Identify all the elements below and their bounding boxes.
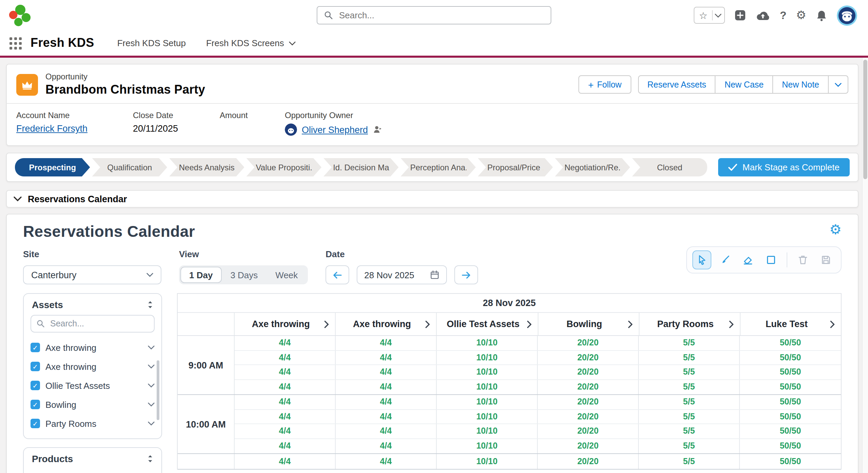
availability-cell[interactable]: 50/50 <box>740 351 841 364</box>
asset-list-item[interactable]: ✓Party Rooms <box>31 414 155 433</box>
next-day-button[interactable] <box>454 265 478 284</box>
previous-day-button[interactable] <box>326 265 349 284</box>
availability-cell[interactable]: 20/20 <box>538 365 639 379</box>
resource-column-header-3[interactable]: Bowling <box>538 313 639 335</box>
favorites-chevron-icon[interactable] <box>713 13 724 17</box>
page-scrollbar[interactable] <box>862 58 868 473</box>
change-owner-icon[interactable] <box>373 126 381 134</box>
resource-column-header-2[interactable]: Ollie Test Assets <box>437 313 538 335</box>
path-stage-6[interactable]: Proposal/Price ... <box>478 158 553 176</box>
chevron-down-icon[interactable] <box>148 421 155 425</box>
availability-cell[interactable]: 4/4 <box>336 380 437 394</box>
tab-fresh-kds-screens[interactable]: Fresh KDS Screens <box>206 38 296 48</box>
asset-list-item[interactable]: ✓Ollie Test Assets <box>31 376 155 395</box>
user-avatar[interactable] <box>837 5 857 25</box>
chevron-right-icon[interactable] <box>729 320 734 328</box>
assets-search-input[interactable] <box>49 318 149 329</box>
eraser-tool-button[interactable] <box>738 250 757 269</box>
resource-column-header-0[interactable]: Axe throwing <box>235 313 336 335</box>
reservations-calendar-toggle[interactable]: Reservations Calendar <box>6 190 859 208</box>
new-note-button[interactable]: New Note <box>772 75 829 94</box>
favorites-star-icon[interactable]: ☆ <box>694 10 712 21</box>
chevron-right-icon[interactable] <box>830 320 835 328</box>
account-link[interactable]: Frederick Forsyth <box>16 124 87 134</box>
owner-link[interactable]: Oliver Shepherd <box>302 125 368 135</box>
availability-cell[interactable]: 4/4 <box>336 365 437 379</box>
availability-cell[interactable]: 4/4 <box>336 336 437 350</box>
availability-cell[interactable]: 20/20 <box>538 380 639 394</box>
availability-cell[interactable]: 10/10 <box>437 336 538 350</box>
availability-cell[interactable]: 4/4 <box>235 380 336 394</box>
checkbox-checked-icon[interactable]: ✓ <box>31 419 40 428</box>
availability-cell[interactable]: 4/4 <box>336 351 437 364</box>
chevron-right-icon[interactable] <box>628 320 632 328</box>
availability-cell[interactable]: 10/10 <box>437 365 538 379</box>
chevron-down-icon[interactable] <box>148 364 155 368</box>
availability-cell[interactable]: 4/4 <box>235 410 336 423</box>
availability-cell[interactable]: 20/20 <box>538 410 639 423</box>
availability-cell[interactable]: 20/20 <box>538 439 639 453</box>
availability-cell[interactable]: 10/10 <box>437 380 538 394</box>
favorites-control[interactable]: ☆ <box>694 7 725 24</box>
availability-cell[interactable]: 50/50 <box>740 365 841 379</box>
date-input[interactable]: 28 Nov 2025 <box>357 265 447 284</box>
availability-cell[interactable]: 4/4 <box>336 395 437 409</box>
save-tool-button[interactable] <box>816 250 835 269</box>
reserve-assets-button[interactable]: Reserve Assets <box>638 75 716 94</box>
path-stage-7[interactable]: Negotiation/Re... <box>555 158 630 176</box>
assets-list-scrollbar[interactable] <box>157 360 159 420</box>
availability-cell[interactable]: 5/5 <box>639 424 740 438</box>
chevron-down-icon[interactable] <box>148 402 155 406</box>
global-actions-icon[interactable] <box>734 10 746 21</box>
availability-cell[interactable]: 10/10 <box>437 454 538 469</box>
availability-cell[interactable]: 20/20 <box>538 424 639 438</box>
availability-cell[interactable]: 4/4 <box>336 454 437 469</box>
path-stage-1[interactable]: Qualification <box>92 158 167 176</box>
site-select[interactable]: Canterbury <box>23 265 161 284</box>
availability-cell[interactable]: 4/4 <box>235 395 336 409</box>
follow-button[interactable]: + Follow <box>579 75 631 94</box>
availability-cell[interactable]: 4/4 <box>336 410 437 423</box>
page-scrollbar-thumb[interactable] <box>863 60 867 179</box>
availability-cell[interactable]: 50/50 <box>740 424 841 438</box>
rectangle-tool-button[interactable] <box>762 250 781 269</box>
chevron-right-icon[interactable] <box>324 320 329 328</box>
availability-cell[interactable]: 4/4 <box>235 336 336 350</box>
availability-cell[interactable]: 5/5 <box>639 454 740 469</box>
availability-cell[interactable]: 4/4 <box>235 351 336 364</box>
select-tool-button[interactable] <box>692 250 711 269</box>
delete-tool-button[interactable] <box>793 250 812 269</box>
resource-column-header-4[interactable]: Party Rooms <box>639 313 740 335</box>
view-option-3-days[interactable]: 3 Days <box>221 267 267 283</box>
availability-cell[interactable]: 50/50 <box>740 439 841 453</box>
asset-list-item[interactable]: ✓Axe throwing <box>31 338 155 357</box>
assets-search[interactable] <box>31 315 155 333</box>
availability-cell[interactable]: 4/4 <box>235 424 336 438</box>
availability-cell[interactable]: 20/20 <box>538 454 639 469</box>
setup-gear-icon[interactable]: ⚙ <box>796 8 807 22</box>
view-option-week[interactable]: Week <box>267 267 307 283</box>
availability-cell[interactable]: 4/4 <box>235 454 336 469</box>
availability-cell[interactable]: 10/10 <box>437 395 538 409</box>
chevron-right-icon[interactable] <box>426 320 430 328</box>
resource-column-header-1[interactable]: Axe throwing <box>336 313 437 335</box>
calendar-settings-gear-icon[interactable]: ⚙ <box>829 223 842 236</box>
availability-cell[interactable]: 5/5 <box>639 439 740 453</box>
chevron-right-icon[interactable] <box>527 320 531 328</box>
more-actions-button[interactable] <box>828 75 848 94</box>
availability-cell[interactable]: 20/20 <box>538 336 639 350</box>
availability-cell[interactable]: 10/10 <box>437 351 538 364</box>
availability-cell[interactable]: 4/4 <box>235 439 336 453</box>
availability-cell[interactable]: 4/4 <box>235 365 336 379</box>
path-stage-2[interactable]: Needs Analysis <box>169 158 244 176</box>
availability-cell[interactable]: 5/5 <box>639 351 740 364</box>
availability-cell[interactable]: 20/20 <box>538 351 639 364</box>
asset-list-item[interactable]: ✓Axe throwing <box>31 357 155 376</box>
checkbox-checked-icon[interactable]: ✓ <box>31 400 40 409</box>
availability-cell[interactable]: 4/4 <box>336 424 437 438</box>
chevron-down-icon[interactable] <box>289 41 296 45</box>
availability-cell[interactable]: 5/5 <box>639 336 740 350</box>
availability-cell[interactable]: 10/10 <box>437 439 538 453</box>
mark-stage-complete-button[interactable]: Mark Stage as Complete <box>718 158 850 176</box>
chevron-down-icon[interactable] <box>148 383 155 387</box>
